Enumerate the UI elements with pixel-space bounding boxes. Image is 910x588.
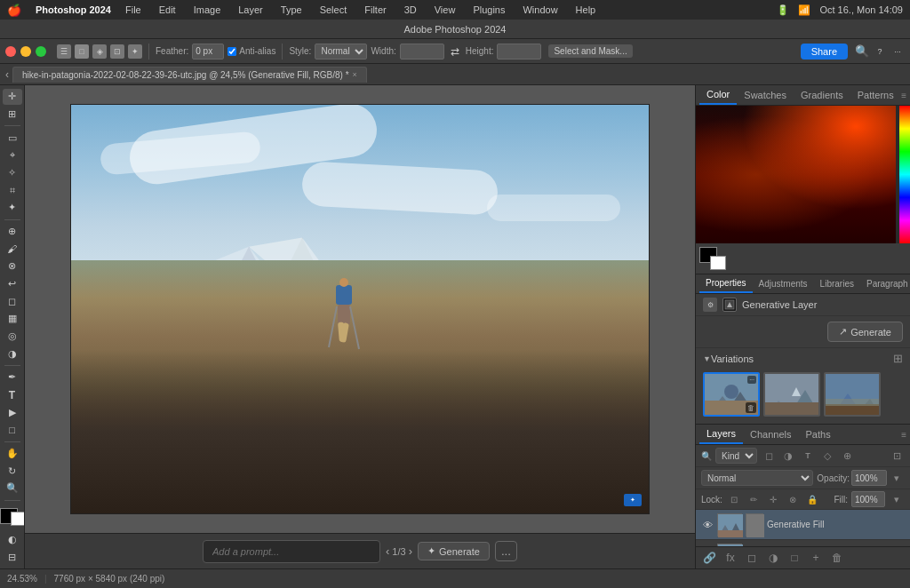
new-layer-button[interactable]: +	[808, 550, 824, 566]
select-mask-button[interactable]: Select and Mask...	[548, 44, 632, 58]
swap-icon[interactable]: ⇄	[448, 44, 462, 59]
layer-row-background[interactable]: 👁 Background 🔒	[696, 540, 910, 546]
add-style-button[interactable]: fx	[722, 550, 738, 566]
brush-tool[interactable]: 🖌	[3, 241, 22, 257]
menu-3d[interactable]: 3D	[401, 4, 420, 15]
path-selection-tool[interactable]: ▶	[3, 404, 22, 420]
dodge-tool[interactable]: ◑	[3, 346, 22, 362]
menu-select[interactable]: Select	[316, 4, 351, 15]
dots-icon[interactable]: ···	[890, 44, 905, 59]
lock-position-button[interactable]: ✛	[765, 491, 781, 507]
color-picker-area[interactable]	[696, 106, 910, 243]
artboard-tool[interactable]: ⊞	[3, 107, 22, 123]
hue-bar[interactable]	[899, 106, 910, 243]
shape-tool[interactable]: □	[3, 422, 22, 438]
pen-tool[interactable]: ✒	[3, 369, 22, 385]
history-brush-tool[interactable]: ↩	[3, 276, 22, 292]
more-options-button[interactable]: ...	[495, 541, 517, 561]
filter-toggle[interactable]: ⊡	[889, 448, 905, 464]
quick-selection-tool[interactable]: ✧	[3, 165, 22, 181]
tab-paragraph[interactable]: Paragraph	[860, 275, 910, 292]
crop-tool[interactable]: ⌗	[3, 182, 22, 198]
maximize-button[interactable]	[36, 46, 46, 57]
tab-swatches[interactable]: Swatches	[737, 86, 794, 104]
color-panel-menu-button[interactable]: ≡	[901, 91, 906, 100]
new-fill-layer-button[interactable]: ◑	[765, 550, 781, 566]
eraser-tool[interactable]: ◻	[3, 293, 22, 309]
fill-input[interactable]	[851, 491, 885, 507]
help-icon[interactable]: ?	[873, 44, 887, 59]
menu-window[interactable]: Window	[519, 4, 561, 15]
delete-layer-button[interactable]: 🗑	[829, 550, 845, 566]
lock-transparent-button[interactable]: ⊡	[726, 491, 742, 507]
close-button[interactable]	[5, 46, 16, 57]
filter-kind-select[interactable]: Kind	[715, 448, 757, 464]
background-color[interactable]	[11, 512, 25, 526]
share-button[interactable]: Share	[801, 44, 848, 60]
screen-mode[interactable]: ⊟	[3, 549, 22, 565]
tab-patterns[interactable]: Patterns	[850, 86, 901, 104]
prompt-next-button[interactable]: ›	[409, 544, 412, 558]
new-group-button[interactable]: □	[786, 550, 802, 566]
apple-logo[interactable]: 🍎	[7, 4, 21, 17]
layers-panel-menu-button[interactable]: ≡	[901, 430, 906, 440]
feather-input[interactable]	[192, 44, 224, 60]
tab-libraries[interactable]: Libraries	[814, 275, 860, 292]
anti-alias-checkbox[interactable]	[228, 47, 236, 56]
menu-help[interactable]: Help	[572, 4, 600, 15]
link-layers-button[interactable]: 🔗	[701, 550, 717, 566]
collapse-icon[interactable]: ▼	[703, 354, 711, 363]
variation-thumb-1[interactable]: ··· 🗑	[703, 372, 760, 417]
tab-color[interactable]: Color	[699, 85, 737, 105]
gradient-tool[interactable]: ▦	[3, 311, 22, 327]
variation-thumb-2[interactable]	[763, 372, 820, 417]
file-tab[interactable]: hike-in-patagonia-2022-02-08-22-39-26-ut…	[12, 67, 367, 83]
tab-gradients[interactable]: Gradients	[794, 86, 850, 104]
toolbar-icon-1[interactable]: ☰	[57, 44, 71, 59]
eyedropper-tool[interactable]: ✦	[3, 200, 22, 216]
lock-all-button[interactable]: 🔒	[804, 491, 820, 507]
smart-filter-button[interactable]: ⊕	[839, 448, 855, 464]
adjustment-filter-button[interactable]: ◑	[780, 448, 796, 464]
toolbar-icon-3[interactable]: ◈	[92, 44, 107, 59]
search-icon[interactable]: 🔍	[855, 44, 869, 59]
tab-layers[interactable]: Layers	[699, 425, 743, 444]
opacity-dropdown-button[interactable]: ▾	[889, 470, 905, 486]
menu-layer[interactable]: Layer	[235, 4, 267, 15]
zoom-tool[interactable]: 🔍	[3, 481, 22, 497]
variation-1-delete[interactable]: 🗑	[746, 402, 756, 413]
lock-pixels-button[interactable]: ✏	[746, 491, 762, 507]
menu-filter[interactable]: Filter	[361, 4, 389, 15]
menu-edit[interactable]: Edit	[156, 4, 180, 15]
minimize-button[interactable]	[20, 46, 31, 57]
left-arrow-icon[interactable]: ‹	[5, 68, 9, 81]
toolbar-icon-2[interactable]: □	[75, 44, 89, 59]
generate-button[interactable]: ✦ Generate	[418, 542, 490, 560]
prompt-input[interactable]	[203, 540, 380, 563]
menu-type[interactable]: Type	[277, 4, 306, 15]
rotate-view-tool[interactable]: ↻	[3, 463, 22, 479]
style-select[interactable]: Normal	[315, 44, 367, 60]
lasso-tool[interactable]: ⌖	[3, 147, 22, 163]
clone-stamp-tool[interactable]: ⊗	[3, 258, 22, 274]
properties-generate-button[interactable]: ↗ Generate	[827, 322, 903, 342]
width-input[interactable]	[400, 44, 444, 60]
canvas[interactable]: ✦	[71, 105, 649, 513]
pixel-filter-button[interactable]: ◻	[761, 448, 777, 464]
menu-image[interactable]: Image	[190, 4, 225, 15]
menu-plugins[interactable]: Plugins	[469, 4, 508, 15]
fill-dropdown-button[interactable]: ▾	[889, 491, 905, 507]
canvas-wrapper[interactable]: ✦	[25, 85, 695, 533]
menu-file[interactable]: File	[122, 4, 145, 15]
tab-close-button[interactable]: ×	[353, 70, 357, 79]
fg-bg-colors[interactable]	[699, 247, 726, 270]
menu-view[interactable]: View	[431, 4, 459, 15]
foreground-background-colors[interactable]	[0, 508, 25, 527]
spot-healing-tool[interactable]: ⊕	[3, 224, 22, 240]
blur-tool[interactable]: ◎	[3, 329, 22, 345]
add-mask-button[interactable]: ◻	[744, 550, 760, 566]
layer-visibility-generative[interactable]: 👁	[701, 519, 714, 531]
lock-artboards-button[interactable]: ⊗	[785, 491, 801, 507]
toolbar-icon-5[interactable]: ✦	[128, 44, 142, 59]
move-tool[interactable]: ✛	[3, 89, 22, 105]
